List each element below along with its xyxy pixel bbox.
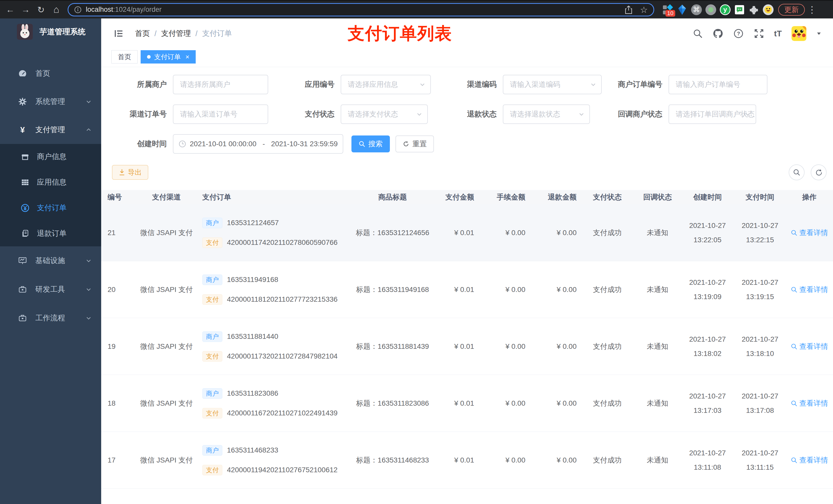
end-date-value: 2021-10-31 23:59:59: [271, 140, 338, 148]
chevron-down-icon: [85, 257, 92, 264]
fee-amount: ¥ 0.00: [478, 286, 529, 294]
export-button[interactable]: 导出: [112, 165, 148, 180]
dashboard-icon: [18, 69, 27, 78]
view-detail-link[interactable]: 查看详情: [791, 455, 828, 465]
view-detail-link[interactable]: 查看详情: [791, 285, 828, 294]
table-row: 商户1635311351736: [101, 489, 833, 504]
refund-amount: ¥ 0.00: [529, 342, 580, 351]
github-icon[interactable]: [713, 28, 723, 39]
tab-pay-order[interactable]: 支付订单 ×: [141, 50, 196, 64]
breadcrumb-pay[interactable]: 支付管理: [161, 28, 191, 39]
product-title: 标题：1635311949168: [341, 285, 445, 294]
extension-icon-command[interactable]: ⌘: [691, 4, 703, 16]
product-title: 标题：1635311823086: [341, 399, 445, 408]
help-icon[interactable]: ?: [733, 28, 744, 39]
app-select[interactable]: 请选择应用信息: [341, 75, 431, 94]
refund-status-select[interactable]: 请选择退款状态: [503, 104, 590, 124]
pay-channel: 微信 JSAPI 支付: [130, 228, 203, 238]
breadcrumb-home[interactable]: 首页: [135, 28, 150, 39]
pay-time: 2021-10-2713:18:10: [734, 334, 786, 359]
create-time-range-picker[interactable]: 2021-10-01 00:00:00 - 2021-10-31 23:59:5…: [173, 134, 343, 154]
fee-amount: ¥ 0.00: [478, 229, 529, 237]
extensions-row: 10 ⌘ y: [662, 4, 774, 16]
extension-icon-kite[interactable]: [676, 4, 688, 16]
sidebar-item-workflow[interactable]: 工作流程: [0, 304, 101, 332]
extension-badge: 10: [665, 10, 675, 17]
col-fee: 手续金额: [478, 192, 529, 202]
app-title: 芋道管理系统: [40, 27, 86, 37]
pay-status-select[interactable]: 请选择支付状态: [341, 104, 428, 124]
notify-status: 未通知: [635, 285, 681, 294]
breadcrumb-current: 支付订单: [202, 28, 232, 39]
refund-amount: ¥ 0.00: [529, 229, 580, 237]
sidebar-item-app-info[interactable]: 应用信息: [0, 170, 101, 195]
extension-icon-tabs[interactable]: 10: [662, 4, 674, 16]
merchant-order-no-label: 商户订单编号: [614, 79, 669, 90]
product-title: 标题：1635312124656: [341, 228, 445, 238]
briefcase-icon: [18, 285, 27, 294]
view-detail-link[interactable]: 查看详情: [791, 228, 828, 238]
pay-badge: 支付: [203, 294, 222, 305]
merchant-order-no-input[interactable]: [669, 75, 767, 94]
view-detail-link[interactable]: 查看详情: [791, 399, 828, 408]
browser-reload-button[interactable]: ↻: [34, 3, 48, 16]
pay-status: 支付成功: [580, 342, 635, 351]
breadcrumb: 首页 / 支付管理 / 支付订单: [135, 28, 232, 39]
chevron-down-icon: [416, 111, 423, 118]
search-button[interactable]: 搜索: [352, 136, 390, 152]
view-detail-link[interactable]: 查看详情: [791, 342, 828, 351]
sidebar-item-pay[interactable]: ¥ 支付管理: [0, 116, 101, 144]
sidebar-item-system[interactable]: 系统管理: [0, 88, 101, 116]
fullscreen-icon[interactable]: [754, 28, 764, 39]
clock-icon: [178, 140, 186, 148]
channel-pay-no: 4200001194202110276752100612: [227, 466, 338, 474]
notify-status-select[interactable]: 请选择订单回调商户状态: [669, 104, 756, 124]
user-avatar[interactable]: [791, 26, 806, 41]
browser-menu-icon[interactable]: ⋮: [807, 4, 817, 15]
sidebar-item-merchant-info[interactable]: 商户信息: [0, 144, 101, 170]
share-icon[interactable]: [625, 5, 633, 14]
refresh-button[interactable]: [811, 164, 827, 180]
reset-button[interactable]: 重置: [396, 136, 434, 152]
channel-pay-no: 4200001181202110277723215336: [227, 295, 338, 304]
sidebar-toggle-icon[interactable]: [114, 28, 124, 39]
browser-forward-button[interactable]: →: [19, 3, 32, 16]
app-logo: 芋道管理系统: [0, 19, 101, 45]
sidebar-item-dev-tools[interactable]: 研发工具: [0, 275, 101, 304]
sidebar-item-infra[interactable]: 基础设施: [0, 246, 101, 275]
sidebar-item-home[interactable]: 首页: [0, 59, 101, 88]
extension-icon-y[interactable]: y: [719, 4, 731, 16]
toggle-search-button[interactable]: [789, 164, 805, 180]
col-action: 操作: [786, 192, 833, 202]
merchant-input[interactable]: [173, 75, 268, 94]
merchant-badge: 商户: [203, 388, 222, 399]
extensions-puzzle-icon[interactable]: [748, 4, 760, 16]
pay-badge: 支付: [203, 351, 222, 362]
channel-pay-no: 4200001167202110271022491439: [227, 409, 338, 417]
tab-home[interactable]: 首页: [112, 50, 138, 64]
site-info-icon[interactable]: [74, 6, 82, 14]
search-icon[interactable]: [693, 28, 703, 39]
chevron-down-icon: [578, 111, 585, 118]
sidebar-item-refund-order[interactable]: 退款订单: [0, 221, 101, 246]
channel-code-select[interactable]: 请输入渠道编码: [503, 75, 602, 94]
channel-order-no-input[interactable]: [173, 104, 268, 124]
address-bar[interactable]: localhost:1024/pay/order ☆: [68, 3, 654, 16]
create-time: 2021-10-2713:18:02: [681, 334, 734, 359]
sidebar-item-pay-order[interactable]: 支付订单: [0, 195, 101, 221]
browser-home-button[interactable]: ⌂: [50, 3, 63, 16]
extension-icon-record[interactable]: [705, 4, 717, 16]
refund-amount: ¥ 0.00: [529, 456, 580, 464]
browser-back-button[interactable]: ←: [4, 3, 17, 16]
close-tab-icon[interactable]: ×: [186, 53, 189, 61]
bookmark-star-icon[interactable]: ☆: [640, 5, 648, 15]
create-time: 2021-10-2713:17:03: [681, 390, 734, 416]
font-size-icon[interactable]: tT: [774, 29, 782, 39]
channel-pay-no: 4200001173202110272847982104: [227, 352, 338, 360]
notify-status-label: 回调商户状态: [614, 109, 669, 119]
browser-update-button[interactable]: 更新: [778, 4, 805, 16]
profile-avatar-icon[interactable]: [762, 4, 774, 16]
extension-icon-chat[interactable]: [734, 4, 745, 16]
user-menu-caret-icon[interactable]: [816, 31, 822, 37]
order-id: 20: [101, 286, 130, 294]
